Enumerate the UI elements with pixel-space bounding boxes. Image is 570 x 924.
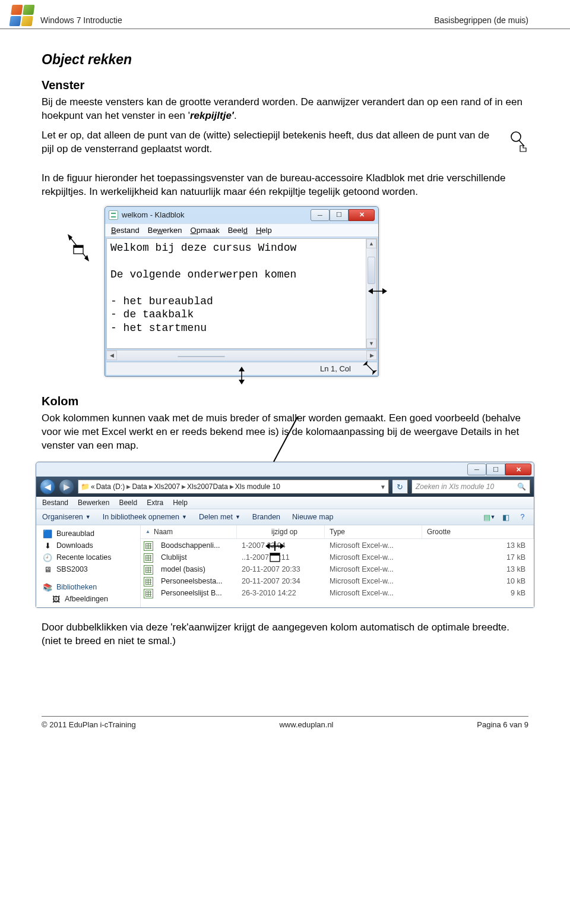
- menu-opmaak[interactable]: Opmaak: [191, 226, 220, 235]
- paragraph: In de figuur hieronder het toepassingsve…: [42, 172, 528, 199]
- refresh-button[interactable]: ↻: [392, 480, 408, 494]
- file-size: 13 kB: [422, 565, 534, 575]
- excel-file-icon: [141, 576, 156, 587]
- close-button[interactable]: ✕: [349, 209, 375, 221]
- notepad-textarea[interactable]: Welkom bij deze cursus Window De volgend…: [107, 239, 366, 348]
- file-type: Microsoft Excel-w...: [325, 576, 422, 587]
- scroll-down-icon[interactable]: ▼: [366, 339, 376, 348]
- menu-bestand[interactable]: Bestand: [111, 226, 140, 235]
- paragraph: Door dubbelklikken via deze 'rek'aanwijz…: [42, 621, 528, 648]
- menu-help[interactable]: Help: [256, 226, 272, 235]
- table-row[interactable]: Boodschappenli...1-2007 22:04Microsoft E…: [141, 540, 534, 552]
- subsection-kolom: Kolom: [42, 395, 528, 408]
- titlebar[interactable]: welkom - Kladblok ─ ☐ ✕: [105, 207, 378, 223]
- section-title: Object rekken: [42, 52, 528, 68]
- explorer-menu: Bestand Bewerken Beeld Extra Help: [36, 497, 534, 509]
- excel-file-icon: [141, 565, 156, 575]
- paragraph: Bij de meeste vensters kan de grootte ve…: [42, 96, 528, 123]
- scroll-thumb[interactable]: [178, 356, 225, 357]
- svg-marker-9: [372, 370, 377, 375]
- nav-back-button[interactable]: ◀: [40, 479, 55, 494]
- explorer-window: ─ ☐ ✕ ◀ ▶ 📁 « Data (D:)▶ Data▶ Xls2007▶ …: [36, 462, 534, 608]
- folder-icon: 📁: [81, 483, 90, 491]
- table-row[interactable]: Personeelsbesta...20-11-2007 20:34Micros…: [141, 576, 534, 588]
- footer: © 2011 EduPlan i-cTraining www.eduplan.n…: [42, 716, 528, 729]
- excel-file-icon: [141, 553, 156, 563]
- doc-header: Windows 7 Introductie Basisbegrippen (de…: [0, 0, 570, 29]
- preview-pane-icon[interactable]: ◧: [501, 512, 511, 522]
- window-title: welkom - Kladblok: [122, 210, 185, 219]
- menu-bestand[interactable]: Bestand: [42, 499, 68, 507]
- paragraph: Ook kolommen kunnen vaak met de muis bre…: [42, 412, 528, 453]
- file-name: Clublijst: [156, 553, 237, 563]
- menu-bewerken[interactable]: Bewerken: [148, 226, 182, 235]
- column-resize-cursor-icon: [265, 541, 285, 565]
- file-name: model (basis): [156, 565, 237, 575]
- breadcrumb-bar[interactable]: 📁 « Data (D:)▶ Data▶ Xls2007▶ Xls2007Dat…: [78, 480, 389, 494]
- scroll-thumb[interactable]: [368, 257, 375, 284]
- tb-nieuwe-map[interactable]: Nieuwe map: [292, 513, 333, 521]
- col-naam[interactable]: ▲Naam: [141, 525, 237, 538]
- footer-left: © 2011 EduPlan i-cTraining: [42, 720, 136, 729]
- tb-organiseren[interactable]: Organiseren ▼: [42, 513, 91, 521]
- server-icon: 🖥: [42, 565, 53, 574]
- header-right: Basisbegrippen (de muis): [434, 15, 528, 25]
- menu-beeld[interactable]: Beeld: [119, 499, 137, 507]
- file-name: Boodschappenli...: [156, 541, 237, 551]
- col-gewijzigd[interactable]: ijzigd op: [237, 525, 325, 538]
- sidebar-item-downloads[interactable]: ⬇Downloads: [36, 540, 140, 551]
- notepad-icon: [109, 210, 118, 220]
- file-type: Microsoft Excel-w...: [325, 553, 422, 563]
- sidebar-bibliotheken[interactable]: 📚Bibliotheken: [36, 581, 140, 593]
- menu-bewerken[interactable]: Bewerken: [78, 499, 109, 507]
- file-size: 17 kB: [422, 553, 534, 563]
- recent-icon: 🕘: [42, 553, 53, 562]
- explorer-toolbar: Organiseren ▼ In bibliotheek opnemen ▼ D…: [36, 509, 534, 525]
- table-row[interactable]: model (basis)20-11-2007 20:33Microsoft E…: [141, 564, 534, 576]
- search-input[interactable]: Zoeken in Xls module 10 🔍: [411, 480, 530, 494]
- tb-delen[interactable]: Delen met ▼: [199, 513, 240, 521]
- diagonal-resize-cursor-icon: [362, 359, 378, 376]
- help-icon[interactable]: ?: [517, 512, 528, 522]
- address-bar-row: ◀ ▶ 📁 « Data (D:)▶ Data▶ Xls2007▶ Xls200…: [36, 477, 534, 497]
- file-size: 13 kB: [422, 541, 534, 551]
- scroll-left-icon[interactable]: ◀: [106, 351, 117, 360]
- file-size: 9 kB: [422, 588, 534, 599]
- file-size: 10 kB: [422, 576, 534, 587]
- sidebar-item-bureaublad[interactable]: 🟦Bureaublad: [36, 528, 140, 540]
- nav-forward-button[interactable]: ▶: [59, 479, 74, 494]
- file-list: ▲Naam ijzigd op Type Grootte Boodschappe…: [141, 525, 534, 607]
- table-row[interactable]: Personeelslijst B...26-3-2010 14:22Micro…: [141, 588, 534, 600]
- menu-extra[interactable]: Extra: [147, 499, 163, 507]
- diagonal-resize-cursor-icon: [65, 234, 91, 267]
- menubar: Bestand Bewerken Opmaak Beeld Help: [105, 223, 378, 237]
- menu-help[interactable]: Help: [173, 499, 188, 507]
- sidebar-item-recente[interactable]: 🕘Recente locaties: [36, 551, 140, 563]
- minimize-button[interactable]: ─: [311, 209, 330, 221]
- tb-bibliotheek[interactable]: In bibliotheek opnemen ▼: [103, 513, 187, 521]
- notepad-window: welkom - Kladblok ─ ☐ ✕ Bestand Bewerken…: [104, 206, 379, 377]
- maximize-button[interactable]: ☐: [330, 209, 349, 221]
- col-type[interactable]: Type: [325, 525, 422, 538]
- close-button[interactable]: ✕: [505, 463, 531, 475]
- scroll-up-icon[interactable]: ▲: [366, 239, 376, 248]
- svg-marker-15: [239, 380, 245, 384]
- file-date: 26-3-2010 14:22: [237, 588, 325, 599]
- menu-beeld[interactable]: Beeld: [228, 226, 248, 235]
- minimize-button[interactable]: ─: [467, 463, 486, 475]
- maximize-button[interactable]: ☐: [486, 463, 505, 475]
- vertical-resize-cursor-icon: [237, 366, 246, 385]
- tb-branden[interactable]: Branden: [252, 513, 280, 521]
- table-row[interactable]: Clublijst..1-2007 21:11Microsoft Excel-w…: [141, 552, 534, 564]
- header-left: Windows 7 Introductie: [40, 15, 122, 25]
- sidebar-item-sbs2003[interactable]: 🖥SBS2003: [36, 563, 140, 575]
- sidebar-item-afbeeldingen[interactable]: 🖼Afbeeldingen: [36, 593, 140, 605]
- search-icon: 🔍: [517, 483, 526, 491]
- svg-marker-12: [382, 288, 387, 294]
- col-grootte[interactable]: Grootte: [422, 525, 534, 538]
- file-date: 20-11-2007 20:33: [237, 565, 325, 575]
- view-mode-icon[interactable]: ▤ ▼: [484, 512, 495, 522]
- windows-logo-icon: [9, 5, 34, 26]
- horizontal-scrollbar[interactable]: ◀ ▶: [106, 350, 377, 361]
- svg-marker-18: [280, 543, 284, 549]
